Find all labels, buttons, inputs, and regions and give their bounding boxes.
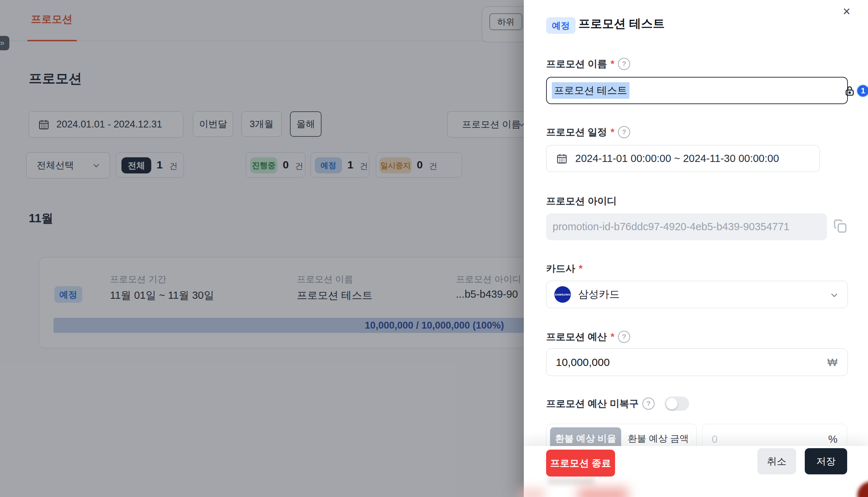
logo-text: SAMSUNG [555, 293, 571, 296]
help-icon[interactable]: ? [618, 126, 630, 138]
drawer-title: 프로모션 테스트 [578, 16, 665, 32]
help-icon[interactable]: ? [618, 331, 630, 343]
help-icon[interactable]: ? [642, 398, 655, 410]
budget-field-label: 프로모션 예산 * ? [546, 330, 630, 343]
no-restore-toggle[interactable] [665, 396, 689, 411]
blurred-background-content [548, 478, 594, 485]
password-manager-icon[interactable]: 1 [857, 84, 868, 97]
card-company-select[interactable]: SAMSUNG 삼성카드 [546, 281, 848, 308]
budget-input[interactable]: 10,000,000 ₩ [546, 348, 848, 376]
required-asterisk: * [611, 59, 615, 70]
card-company-value: 삼성카드 [578, 287, 620, 302]
schedule-input[interactable]: 2024-11-01 00:00:00 ~ 2024-11-30 00:00:0… [546, 145, 820, 172]
copy-icon[interactable] [832, 218, 849, 236]
label-text: 프로모션 일정 [546, 126, 607, 139]
required-asterisk: * [611, 331, 615, 343]
schedule-value: 2024-11-01 00:00:00 ~ 2024-11-30 00:00:0… [575, 153, 779, 164]
name-field-label: 프로모션 이름 * ? [546, 57, 630, 70]
corner-red-shape [857, 481, 868, 497]
budget-value: 10,000,000 [556, 356, 610, 368]
promotion-detail-drawer: × 예정 프로모션 테스트 프로모션 이름 * ? 프로모션 테스트 1 프로모… [524, 0, 868, 497]
name-input-value: 프로모션 테스트 [552, 82, 629, 99]
name-input[interactable]: 프로모션 테스트 1 [546, 77, 848, 104]
label-text: 프로모션 예산 미복구 [546, 397, 639, 410]
samsung-card-logo: SAMSUNG [554, 286, 571, 303]
close-icon[interactable]: × [843, 5, 850, 18]
no-restore-label: 프로모션 예산 미복구 ? [546, 397, 655, 410]
chevron-down-icon [829, 290, 840, 302]
drawer-status-badge: 예정 [546, 17, 576, 34]
calendar-icon [556, 153, 568, 165]
required-asterisk: * [611, 127, 615, 138]
label-text: 프로모션 예산 [546, 330, 607, 343]
lock-icon[interactable] [844, 85, 856, 97]
save-button[interactable]: 저장 [805, 448, 847, 474]
id-field-label: 프로모션 아이디 [546, 195, 617, 208]
app-screen: » 프로모션 하위 프로모션 2024.01.01 - 2024.12.31 이… [0, 0, 868, 497]
password-manager-glyph: 1 [861, 86, 865, 96]
promotion-id-input: promotion-id-b76ddc97-4920-4eb5-b439-903… [546, 213, 827, 240]
drawer-footer: 프로모션 종료 취소 저장 [524, 446, 868, 497]
label-text: 프로모션 이름 [546, 57, 607, 70]
percent-suffix: % [828, 433, 837, 445]
card-company-label: 카드사 * [546, 262, 583, 275]
promotion-id-value: promotion-id-b76ddc97-4920-4eb5-b439-903… [553, 221, 789, 233]
schedule-field-label: 프로모션 일정 * ? [546, 126, 630, 139]
help-icon[interactable]: ? [618, 58, 630, 70]
end-promotion-button[interactable]: 프로모션 종료 [546, 450, 615, 477]
cancel-button[interactable]: 취소 [757, 448, 796, 474]
required-asterisk: * [579, 263, 583, 274]
blurred-red-accent [578, 488, 628, 497]
blurred-pink-accent [520, 488, 545, 497]
label-text: 카드사 [546, 262, 575, 275]
won-currency-symbol: ₩ [827, 356, 837, 368]
label-text: 프로모션 아이디 [546, 195, 617, 208]
toggle-knob [666, 398, 678, 409]
